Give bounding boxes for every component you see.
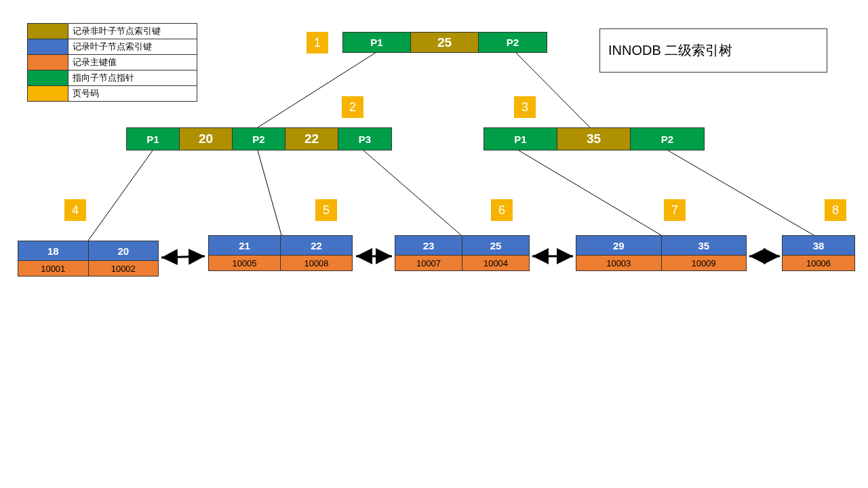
index-key: 35 xyxy=(557,128,631,150)
svg-line-3 xyxy=(258,150,281,235)
leaf-node-5: 21221000510008 xyxy=(208,235,353,271)
leaf-primary-key: 10009 xyxy=(662,256,747,270)
leaf-index-key: 22 xyxy=(281,236,352,255)
internal-node-left: P120P222P3 xyxy=(126,127,392,150)
page-badge-6: 6 xyxy=(491,199,513,221)
child-pointer: P1 xyxy=(343,33,411,52)
leaf-index-key: 25 xyxy=(462,236,529,255)
page-badge-5: 5 xyxy=(315,199,337,221)
leaf-primary-key: 10003 xyxy=(576,256,662,270)
legend-label: 记录非叶子节点索引键 xyxy=(68,24,197,39)
leaf-primary-key: 10002 xyxy=(89,261,159,276)
index-key: 25 xyxy=(411,33,479,52)
child-pointer: P3 xyxy=(338,128,391,150)
legend-swatch xyxy=(28,86,68,102)
leaf-index-key: 18 xyxy=(18,241,89,260)
page-badge-1: 1 xyxy=(307,32,328,54)
child-pointer: P2 xyxy=(631,128,704,150)
leaf-node-4: 18201000110002 xyxy=(18,241,159,277)
svg-line-5 xyxy=(519,150,661,235)
page-badge-7: 7 xyxy=(664,199,686,221)
leaf-index-key: 35 xyxy=(662,236,747,255)
child-pointer: P2 xyxy=(233,128,285,150)
leaf-index-key: 20 xyxy=(89,241,159,260)
leaf-index-key: 21 xyxy=(209,236,281,255)
leaf-node-7: 29351000310009 xyxy=(576,235,747,271)
child-pointer: P1 xyxy=(484,128,557,150)
leaf-index-key: 29 xyxy=(576,236,662,255)
svg-line-4 xyxy=(363,150,461,235)
page-badge-4: 4 xyxy=(64,199,86,221)
leaf-node-6: 23251000710004 xyxy=(395,235,530,271)
child-pointer: P1 xyxy=(127,128,180,150)
legend-swatch xyxy=(28,24,68,39)
legend-label: 记录主键值 xyxy=(68,55,197,70)
child-pointer: P2 xyxy=(479,33,547,52)
index-key: 22 xyxy=(285,128,338,150)
internal-node-right: P135P2 xyxy=(484,127,705,150)
diagram-title: INNODB 二级索引树 xyxy=(599,28,827,73)
legend-swatch xyxy=(28,55,68,70)
leaf-primary-key: 10001 xyxy=(18,261,89,276)
leaf-node-8: 3810006 xyxy=(782,235,855,271)
leaf-primary-key: 10005 xyxy=(209,256,281,270)
leaf-primary-key: 10006 xyxy=(783,256,854,270)
legend-label: 页号码 xyxy=(68,86,197,102)
svg-line-2 xyxy=(88,150,153,241)
svg-line-7 xyxy=(161,256,205,258)
index-key: 20 xyxy=(180,128,233,150)
leaf-primary-key: 10004 xyxy=(462,256,529,270)
page-badge-3: 3 xyxy=(514,96,536,118)
legend-label: 记录叶子节点索引键 xyxy=(68,39,197,55)
leaf-index-key: 23 xyxy=(395,236,462,255)
root-node: P125P2 xyxy=(342,32,547,53)
legend-swatch xyxy=(28,39,68,55)
legend: 记录非叶子节点索引键记录叶子节点索引键记录主键值指向子节点指针页号码 xyxy=(27,23,197,102)
leaf-primary-key: 10007 xyxy=(395,256,462,270)
legend-swatch xyxy=(28,70,68,86)
legend-label: 指向子节点指针 xyxy=(68,70,197,86)
page-badge-2: 2 xyxy=(342,96,363,118)
leaf-index-key: 38 xyxy=(783,236,854,255)
svg-line-6 xyxy=(668,150,814,235)
page-badge-8: 8 xyxy=(825,199,846,221)
leaf-primary-key: 10008 xyxy=(281,256,352,270)
